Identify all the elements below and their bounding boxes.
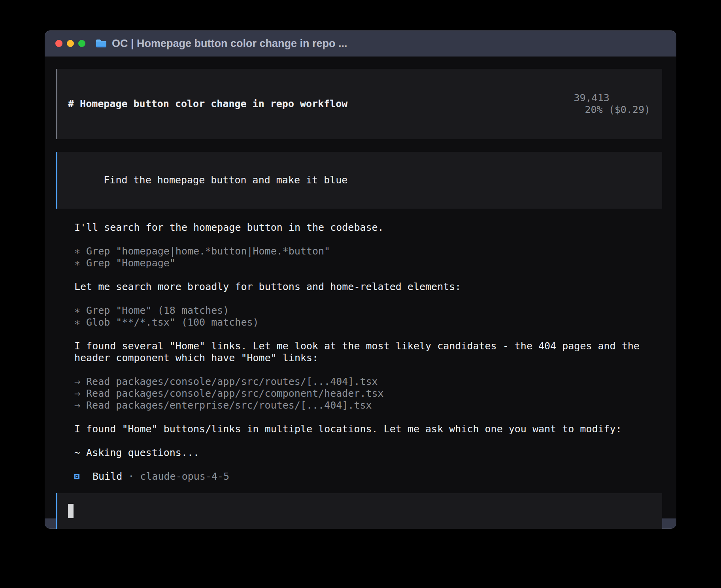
- tool-call-group: ∗Grep "homepage|home.*button|Home.*butto…: [74, 245, 662, 269]
- titlebar: OC | Homepage button color change in rep…: [45, 30, 676, 57]
- asterisk-icon: ∗: [74, 317, 80, 328]
- agent-model: claude-opus-4-5: [140, 471, 229, 482]
- user-message-text: Find the homepage button and make it blu…: [104, 174, 347, 186]
- tool-call-group: ∗Grep "Home" (18 matches) ∗Glob "**/*.ts…: [74, 305, 662, 328]
- assistant-paragraph: I found "Home" buttons/links in multiple…: [74, 423, 662, 435]
- arrow-right-icon: →: [74, 376, 80, 387]
- assistant-paragraph: Let me search more broadly for buttons a…: [74, 281, 662, 293]
- folder-icon: [95, 39, 107, 48]
- tool-call-group: →Read packages/console/app/src/routes/[.…: [74, 376, 662, 411]
- assistant-text-line: I found several "Home" links. Let me loo…: [74, 340, 662, 352]
- tool-call-text: Grep "Homepage": [86, 257, 176, 269]
- assistant-text-line: Let me search more broadly for buttons a…: [74, 281, 662, 293]
- assistant-text-line: header component which have "Home" links…: [74, 352, 662, 364]
- user-message: Find the homepage button and make it blu…: [56, 152, 662, 209]
- tool-call-line: →Read packages/console/app/src/component…: [74, 388, 662, 400]
- text-cursor: [68, 504, 74, 518]
- tool-call-line: →Read packages/console/app/src/routes/[.…: [74, 376, 662, 388]
- assistant-status: ~ Asking questions...: [74, 447, 662, 459]
- tool-call-text: Grep "homepage|home.*button|Home.*button…: [86, 245, 330, 257]
- session-title: # Homepage button color change in repo w…: [68, 98, 347, 110]
- session-header: # Homepage button color change in repo w…: [56, 69, 662, 139]
- terminal-content: # Homepage button color change in repo w…: [45, 57, 676, 518]
- asking-questions-line: ~ Asking questions...: [74, 447, 662, 459]
- tool-call-text: Grep "Home" (18 matches): [86, 305, 229, 316]
- tool-call-text: Read packages/enterprise/src/routes/[...…: [86, 400, 372, 411]
- tool-call-line: ∗Grep "homepage|home.*button|Home.*butto…: [74, 245, 662, 257]
- asterisk-icon: ∗: [74, 245, 80, 257]
- assistant-text-line: I'll search for the homepage button in t…: [74, 222, 662, 234]
- tool-call-text: Read packages/console/app/src/routes/[..…: [86, 376, 378, 387]
- context-usage: 20% ($0.29): [585, 104, 650, 115]
- tool-call-line: ∗Grep "Homepage": [74, 257, 662, 269]
- agent-status-line: Build · claude-opus-4-5: [74, 471, 662, 482]
- arrow-right-icon: →: [74, 400, 80, 411]
- terminal-window: OC | Homepage button color change in rep…: [45, 30, 676, 529]
- arrow-right-icon: →: [74, 388, 80, 399]
- assistant-text-line: I found "Home" buttons/links in multiple…: [74, 423, 662, 435]
- build-agent-icon: [74, 474, 79, 479]
- token-count: 39,413: [574, 92, 609, 104]
- session-meta: 39,413 20% ($0.29): [526, 80, 650, 128]
- tool-call-text: Read packages/console/app/src/component/…: [86, 388, 384, 399]
- tool-call-text: Glob "**/*.tsx" (100 matches): [86, 317, 259, 328]
- window-title: OC | Homepage button color change in rep…: [112, 38, 347, 50]
- separator-dot: ·: [128, 471, 134, 482]
- minimize-button[interactable]: [67, 40, 74, 47]
- zoom-button[interactable]: [78, 40, 85, 47]
- tool-call-line: →Read packages/enterprise/src/routes/[..…: [74, 400, 662, 411]
- agent-name: Build: [92, 471, 122, 482]
- assistant-paragraph: I found several "Home" links. Let me loo…: [74, 340, 662, 364]
- asterisk-icon: ∗: [74, 305, 80, 316]
- tool-call-line: ∗Glob "**/*.tsx" (100 matches): [74, 317, 662, 328]
- prompt-input[interactable]: Build Claude Opus 4.5 OpenCode Zen: [56, 493, 662, 529]
- close-button[interactable]: [55, 40, 62, 47]
- assistant-response: I'll search for the homepage button in t…: [74, 222, 662, 482]
- tool-call-line: ∗Grep "Home" (18 matches): [74, 305, 662, 317]
- assistant-paragraph: I'll search for the homepage button in t…: [74, 222, 662, 234]
- asterisk-icon: ∗: [74, 257, 80, 269]
